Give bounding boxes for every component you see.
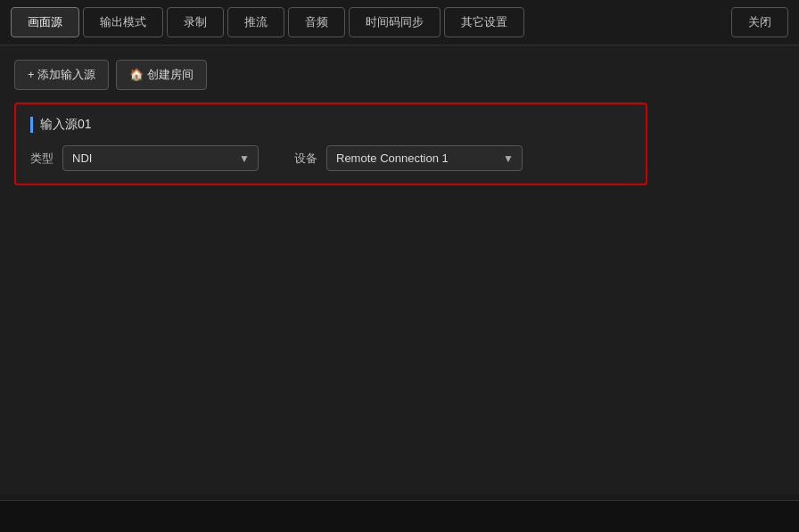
close-button[interactable]: 关闭 — [731, 7, 788, 37]
main-content: + 添加输入源 🏠 创建房间 输入源01 类型 NDI ▼ 设备 — [0, 45, 799, 495]
panel-title: 输入源01 — [30, 117, 631, 133]
create-room-button[interactable]: 🏠 创建房间 — [116, 60, 207, 90]
source-panel: 输入源01 类型 NDI ▼ 设备 Remote Connection 1 — [14, 102, 647, 185]
tab-audio[interactable]: 音频 — [288, 7, 345, 37]
form-row: 类型 NDI ▼ 设备 Remote Connection 1 ▼ — [30, 145, 631, 171]
device-label: 设备 — [294, 151, 317, 167]
tab-source[interactable]: 画面源 — [11, 7, 79, 37]
device-select-wrapper: Remote Connection 1 ▼ — [326, 145, 523, 171]
top-nav: 画面源 输出模式 录制 推流 音频 时间码同步 其它设置 关闭 — [0, 0, 799, 45]
tab-other[interactable]: 其它设置 — [444, 7, 524, 37]
add-input-button[interactable]: + 添加输入源 — [14, 60, 109, 90]
device-select[interactable]: Remote Connection 1 — [326, 145, 523, 171]
type-select[interactable]: NDI — [62, 145, 259, 171]
tab-timecode[interactable]: 时间码同步 — [349, 7, 441, 37]
action-row: + 添加输入源 🏠 创建房间 — [14, 60, 785, 90]
tab-output[interactable]: 输出模式 — [83, 7, 163, 37]
tab-record[interactable]: 录制 — [167, 7, 224, 37]
status-bar — [0, 500, 799, 532]
type-label: 类型 — [30, 151, 54, 167]
type-field: 类型 NDI ▼ — [30, 145, 259, 171]
device-field: 设备 Remote Connection 1 ▼ — [294, 145, 523, 171]
type-select-wrapper: NDI ▼ — [62, 145, 259, 171]
tab-stream[interactable]: 推流 — [227, 7, 284, 37]
